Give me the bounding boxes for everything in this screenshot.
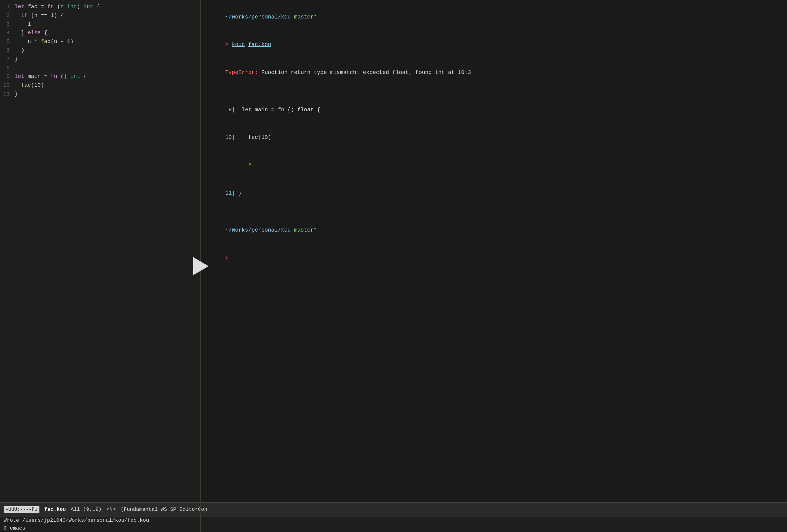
code-line-10: 10 fac(10)	[0, 81, 200, 90]
play-button[interactable]	[188, 254, 212, 278]
terminal-lineno-9: 9|	[225, 107, 235, 113]
line-number-1: 1	[2, 2, 15, 11]
code-content-11: }	[15, 90, 18, 98]
terminal-kouc: kouc	[232, 42, 245, 48]
terminal-code-9: let main = fn () float {	[235, 107, 320, 113]
status-bar-content: -UUU:----F1 fac.kou All (9,19) <N> (Fund…	[4, 506, 207, 513]
code-line-3: 3 1	[0, 20, 200, 29]
terminal-empty-2	[206, 207, 782, 217]
line-number-3: 3	[2, 20, 15, 29]
status-bar: -UUU:----F1 fac.kou All (9,19) <N> (Fund…	[0, 502, 787, 516]
code-content-6: }	[15, 46, 24, 55]
line-number-7: 7	[2, 55, 15, 64]
terminal-snippet-10: 10| fac(10)	[206, 124, 782, 152]
terminal-path-1: ~/Works/personal/kou	[225, 14, 291, 20]
line-number-11: 11	[2, 90, 15, 98]
echo-line-2: 0 emacs	[4, 525, 783, 532]
code-line-2: 2 if (n == 1) {	[0, 11, 200, 20]
terminal-lineno-10: 10|	[225, 134, 235, 140]
echo-area: Wrote /Users/jp21046/Works/personal/kou/…	[0, 516, 787, 532]
terminal-file: fac.kou	[248, 42, 271, 48]
terminal-prompt-2: ~/Works/personal/kou master*	[206, 217, 782, 244]
terminal-code-10: fac(10)	[235, 134, 271, 140]
terminal-lineno-11: 11|	[225, 190, 235, 196]
terminal-error-keyword: TypeError:	[225, 69, 258, 75]
terminal-branch-1: master*	[291, 14, 317, 20]
terminal-caret: ^	[248, 162, 251, 168]
terminal-empty-1	[206, 86, 782, 96]
terminal-caret-line: 10| ^	[206, 152, 782, 179]
code-line-6: 6 }	[0, 46, 200, 55]
echo-line-1: Wrote /Users/jp21046/Works/personal/kou/…	[4, 516, 783, 525]
terminal-path-2: ~/Works/personal/kou	[225, 227, 291, 233]
status-mode-info: (Fundamental WS SP EditorCon	[121, 507, 208, 512]
line-number-2: 2	[2, 11, 15, 20]
code-content-3: 1	[15, 20, 31, 29]
terminal-command-line: > kouc fac.kou	[206, 31, 782, 59]
code-line-11: 11 }	[0, 90, 200, 98]
code-line-5: 5 n * fac(n - 1)	[0, 37, 200, 46]
pane-divider	[200, 0, 201, 502]
terminal-error-message: Function return type mismatch: expected …	[258, 69, 471, 75]
line-number-6: 6	[2, 46, 15, 55]
status-position: All (9,19)	[71, 507, 102, 512]
terminal-prompt-1: ~/Works/personal/kou master*	[206, 3, 782, 31]
code-line-1: 1 let fac = fn (n int) int {	[0, 2, 200, 11]
line-number-8: 8	[2, 64, 15, 72]
terminal-snippet-11: 11| }	[206, 179, 782, 207]
play-button-container	[188, 254, 212, 278]
code-content-5: n * fac(n - 1)	[15, 37, 73, 46]
line-number-4: 4	[2, 28, 15, 37]
status-mode: -UUU:----F1	[4, 506, 39, 513]
line-number-5: 5	[2, 37, 15, 46]
terminal-code-11: }	[235, 190, 242, 196]
line-number-10: 10	[2, 81, 15, 90]
code-line-9: 9 let main = fn () int {	[0, 72, 200, 81]
terminal-snippet-9: 9| let main = fn () float {	[206, 96, 782, 124]
terminal-error-line: TypeError: Function return type mismatch…	[206, 59, 782, 87]
code-content-1: let fac = fn (n int) int {	[15, 2, 100, 11]
status-filename: fac.kou	[44, 507, 66, 512]
code-line-8: 8	[0, 64, 200, 72]
status-extra: <N>	[106, 507, 116, 512]
terminal-prompt-cursor: >	[206, 244, 782, 272]
main-area: 1 let fac = fn (n int) int { 2 if (n == …	[0, 0, 787, 502]
terminal-command-args	[245, 42, 248, 48]
editor-pane: 1 let fac = fn (n int) int { 2 if (n == …	[0, 0, 200, 502]
terminal-caret-spacer: 10|	[225, 162, 248, 168]
code-line-4: 4 } else {	[0, 28, 200, 37]
code-content-4: } else {	[15, 28, 47, 37]
code-line-7: 7 }	[0, 55, 200, 64]
line-number-9: 9	[2, 72, 15, 81]
terminal-branch-2: master*	[291, 227, 317, 233]
code-content-7: }	[15, 55, 18, 64]
code-content-10: fac(10)	[15, 81, 44, 90]
code-content-2: if (n == 1) {	[15, 11, 64, 20]
terminal-prompt-symbol: >	[225, 42, 232, 48]
terminal-pane[interactable]: ~/Works/personal/kou master* > kouc fac.…	[200, 0, 787, 502]
code-content-9: let main = fn () int {	[15, 72, 87, 81]
svg-marker-0	[193, 258, 208, 275]
terminal-prompt-symbol-2: >	[225, 255, 229, 261]
